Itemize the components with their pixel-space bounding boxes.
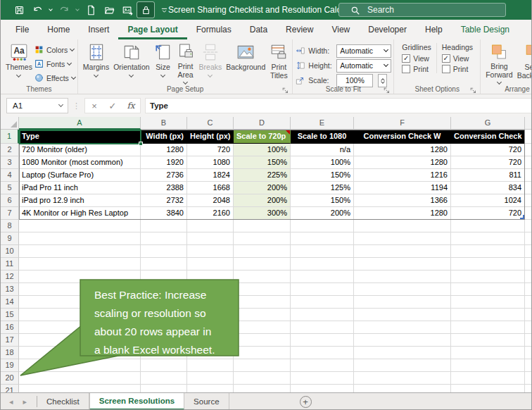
cell-A18[interactable]	[19, 347, 141, 359]
cell-C21[interactable]	[187, 385, 234, 392]
cell-D18[interactable]	[234, 347, 291, 359]
cell-F21[interactable]	[354, 385, 451, 392]
cell-G13[interactable]	[451, 283, 525, 296]
row-header-7[interactable]: 7	[1, 207, 19, 220]
column-header-D[interactable]: D	[234, 117, 291, 130]
cell-C15[interactable]	[187, 309, 234, 321]
cell-C10[interactable]	[187, 245, 234, 258]
formula-input[interactable]: Type	[145, 98, 531, 113]
cell-A19[interactable]	[19, 359, 141, 372]
cell-F9[interactable]	[354, 232, 451, 245]
cell-A20[interactable]	[19, 372, 141, 385]
cell-A21[interactable]	[19, 385, 141, 392]
cell-A11[interactable]	[19, 258, 141, 271]
column-header-C[interactable]: C	[187, 117, 234, 130]
cell-E4[interactable]: 150%	[291, 169, 354, 182]
headings-view-checkbox[interactable]: ✓View	[442, 54, 473, 63]
ribbon-tab-review[interactable]: Review	[277, 20, 322, 39]
ribbon-tab-insert[interactable]: Insert	[79, 20, 118, 39]
cell-D5[interactable]: 200%	[234, 182, 291, 194]
cancel-button[interactable]: ×	[85, 101, 103, 111]
cell-B10[interactable]	[141, 245, 187, 258]
cell-A15[interactable]	[19, 309, 141, 321]
cell-D9[interactable]	[234, 232, 291, 245]
select-all-button[interactable]	[1, 117, 19, 130]
cell-C14[interactable]	[187, 296, 234, 309]
cell-D10[interactable]	[234, 245, 291, 258]
cell-F12[interactable]	[354, 271, 451, 283]
cell-E5[interactable]: 125%	[291, 182, 354, 194]
themes-button[interactable]: AaThemes	[4, 42, 34, 85]
cell-E18[interactable]	[291, 347, 354, 359]
row-header-3[interactable]: 3	[1, 156, 19, 169]
sheet-tab-screen-resolutions[interactable]: Screen Resolutions	[89, 393, 184, 410]
cell-E12[interactable]	[291, 271, 354, 283]
next-sheet-button[interactable]: ▸	[23, 397, 27, 406]
cell-H6[interactable]	[525, 194, 532, 207]
cell-E21[interactable]	[291, 385, 354, 392]
name-box[interactable]: A1	[6, 98, 68, 113]
cell-G11[interactable]	[451, 258, 525, 271]
cell-D8[interactable]	[234, 220, 291, 232]
row-header-16[interactable]: 16	[1, 321, 19, 334]
cell-A1[interactable]: Type	[19, 130, 141, 144]
cell-D2[interactable]: 100%	[234, 144, 291, 156]
cell-H12[interactable]	[525, 271, 532, 283]
prev-sheet-button[interactable]: ◂	[9, 397, 13, 406]
row-header-5[interactable]: 5	[1, 182, 19, 194]
cell-G16[interactable]	[451, 321, 525, 334]
column-header-A[interactable]: A	[19, 117, 141, 130]
cell-G8[interactable]	[451, 220, 525, 232]
cell-F8[interactable]	[354, 220, 451, 232]
ribbon-tab-help[interactable]: Help	[416, 20, 452, 39]
cell-G7[interactable]: 720	[451, 207, 525, 220]
row-header-19[interactable]: 19	[1, 359, 19, 372]
cell-E14[interactable]	[291, 296, 354, 309]
cell-A7[interactable]: 4K Monitor or High Res Laptop	[19, 207, 141, 220]
cell-B14[interactable]	[141, 296, 187, 309]
cell-H16[interactable]	[525, 321, 532, 334]
dialog-launcher-button[interactable]	[282, 85, 290, 92]
qat-open-button[interactable]	[101, 2, 118, 18]
cell-H15[interactable]	[525, 309, 532, 321]
print-titles-button[interactable]: Print Titles	[267, 42, 290, 85]
cell-G10[interactable]	[451, 245, 525, 258]
cell-B15[interactable]	[141, 309, 187, 321]
cell-A2[interactable]: 720 Monitor (older)	[19, 144, 141, 156]
cell-F7[interactable]: 1280	[354, 207, 451, 220]
cell-H18[interactable]	[525, 347, 532, 359]
row-header-20[interactable]: 20	[1, 372, 19, 385]
cell-C6[interactable]: 2048	[187, 194, 234, 207]
background-button[interactable]: Background	[224, 42, 267, 85]
row-header-2[interactable]: 2	[1, 144, 19, 156]
cell-A10[interactable]	[19, 245, 141, 258]
cell-B11[interactable]	[141, 258, 187, 271]
row-header-6[interactable]: 6	[1, 194, 19, 207]
column-header-G[interactable]: G	[451, 117, 525, 130]
cell-C12[interactable]	[187, 271, 234, 283]
cell-B21[interactable]	[141, 385, 187, 392]
cell-E1[interactable]: Scale to 1080	[291, 130, 354, 144]
row-header-14[interactable]: 14	[1, 296, 19, 309]
cell-H3[interactable]	[525, 156, 532, 169]
cell-G20[interactable]	[451, 372, 525, 385]
cell-B19[interactable]	[141, 359, 187, 372]
sheet-tab-checklist[interactable]: Checklist	[37, 393, 89, 410]
cell-G9[interactable]	[451, 232, 525, 245]
cell-H21[interactable]	[525, 385, 532, 392]
cell-F16[interactable]	[354, 321, 451, 334]
cell-D19[interactable]	[234, 359, 291, 372]
cell-B8[interactable]	[141, 220, 187, 232]
fonts-button[interactable]: AFonts	[34, 58, 75, 70]
cell-F1[interactable]: Conversion Check W	[354, 130, 451, 144]
cell-B7[interactable]: 3840	[141, 207, 187, 220]
column-header-B[interactable]: B	[141, 117, 187, 130]
cell-E13[interactable]	[291, 283, 354, 296]
cell-H5[interactable]	[525, 182, 532, 194]
cell-F15[interactable]	[354, 309, 451, 321]
qat-email-button[interactable]	[119, 2, 136, 18]
cell-B16[interactable]	[141, 321, 187, 334]
cell-G12[interactable]	[451, 271, 525, 283]
cell-E8[interactable]	[291, 220, 354, 232]
row-header-13[interactable]: 13	[1, 283, 19, 296]
